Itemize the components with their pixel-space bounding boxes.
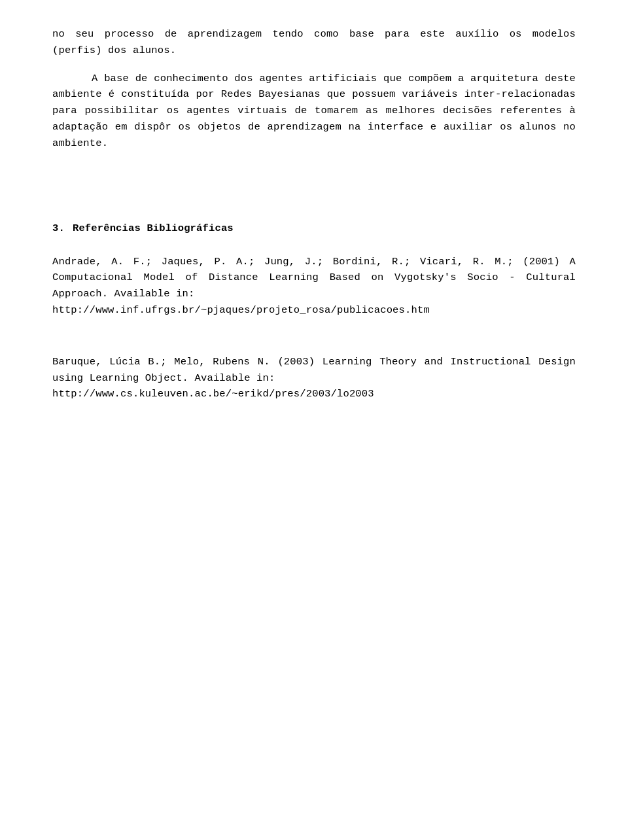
- ref1-url: http://www.inf.ufrgs.br/~pjaques/projeto…: [52, 304, 430, 316]
- reference-2: Baruque, Lúcia B.; Melo, Rubens N. (2003…: [52, 354, 576, 402]
- ref2-authors: Baruque, Lúcia B.; Melo, Rubens N.: [52, 356, 270, 368]
- page: no seu processo de aprendizagem tendo co…: [0, 0, 628, 840]
- ref1-authors: Andrade, A. F.; Jaques, P. A.; Jung, J.;…: [52, 256, 514, 268]
- section-number: 3.: [52, 222, 65, 234]
- paragraph-2: A base de conhecimento dos agentes artif…: [52, 71, 576, 152]
- reference-1: Andrade, A. F.; Jaques, P. A.; Jung, J.;…: [52, 254, 576, 319]
- spacer-1: [52, 164, 576, 183]
- section-heading: 3.Referências Bibliográficas: [52, 222, 576, 234]
- paragraph-1: no seu processo de aprendizagem tendo co…: [52, 26, 576, 59]
- ref2-url: http://www.cs.kuleuven.ac.be/~erikd/pres…: [52, 388, 374, 400]
- section-title: Referências Bibliográficas: [73, 222, 234, 234]
- ref2-available: Available in:: [195, 372, 275, 384]
- spacer-2: [52, 334, 576, 354]
- ref1-available: Available in:: [114, 288, 195, 300]
